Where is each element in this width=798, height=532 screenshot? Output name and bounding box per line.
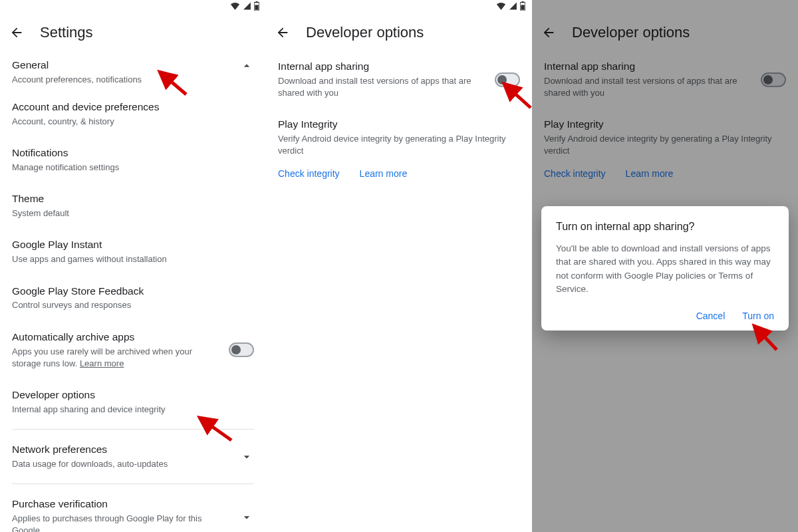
setting-purchase-verification[interactable]: Purchase verification Applies to purchas… xyxy=(12,488,254,532)
chevron-up-icon xyxy=(239,59,254,73)
page-title: Settings xyxy=(40,24,93,41)
chevron-down-icon xyxy=(239,450,254,464)
learn-more-link[interactable]: Learn more xyxy=(80,358,124,368)
general-title: General xyxy=(12,59,239,72)
page-title: Developer options xyxy=(306,24,424,41)
wifi-icon xyxy=(762,2,772,10)
setting-theme[interactable]: Theme System default xyxy=(12,183,254,229)
battery-icon xyxy=(520,1,525,11)
divider xyxy=(12,429,254,430)
setting-store-feedback[interactable]: Google Play Store Feedback Control surve… xyxy=(12,275,254,321)
auto-archive-toggle[interactable] xyxy=(229,342,254,357)
setting-play-instant[interactable]: Google Play Instant Use apps and games w… xyxy=(12,229,254,275)
general-sub: Account preferences, notifications xyxy=(12,74,239,86)
svg-rect-2 xyxy=(255,5,258,9)
back-arrow-icon[interactable] xyxy=(541,25,556,40)
setting-network-preferences[interactable]: Network preferences Data usage for downl… xyxy=(12,434,254,479)
general-section-header[interactable]: General Account preferences, notificatio… xyxy=(12,51,254,91)
battery-icon xyxy=(786,1,791,11)
status-bar xyxy=(532,0,798,12)
divider xyxy=(12,483,254,484)
chevron-down-icon xyxy=(239,510,254,525)
setting-play-integrity: Play Integrity Verify Android device int… xyxy=(544,108,786,161)
confirm-dialog: Turn on internal app sharing? You'll be … xyxy=(541,206,789,331)
screen-settings: Settings General Account preferences, no… xyxy=(0,0,266,532)
learn-more-link[interactable]: Learn more xyxy=(360,168,408,179)
check-integrity-link[interactable]: Check integrity xyxy=(278,168,340,179)
app-bar: Developer options xyxy=(532,12,798,51)
check-integrity-link[interactable]: Check integrity xyxy=(544,168,606,179)
wifi-icon xyxy=(230,2,240,10)
svg-rect-11 xyxy=(787,5,790,9)
turn-on-button[interactable]: Turn on xyxy=(742,311,774,321)
wifi-icon xyxy=(496,2,506,10)
internal-app-sharing-toggle[interactable] xyxy=(495,72,520,87)
learn-more-link[interactable]: Learn more xyxy=(626,168,674,179)
back-arrow-icon[interactable] xyxy=(9,25,24,40)
integrity-links: Check integrity Learn more xyxy=(278,162,520,191)
screen-developer-options: Developer options Internal app sharing D… xyxy=(266,0,532,532)
page-title: Developer options xyxy=(572,24,690,41)
screen-developer-options-dialog: Developer options Internal app sharing D… xyxy=(532,0,798,532)
setting-auto-archive[interactable]: Automatically archive apps Apps you use … xyxy=(12,321,254,379)
status-bar xyxy=(266,0,532,12)
status-bar xyxy=(0,0,266,12)
setting-internal-app-sharing[interactable]: Internal app sharing Download and instal… xyxy=(278,51,520,108)
app-bar: Settings xyxy=(0,12,266,51)
setting-play-integrity: Play Integrity Verify Android device int… xyxy=(278,108,520,161)
setting-developer-options[interactable]: Developer options Internal app sharing a… xyxy=(12,379,254,425)
integrity-links: Check integrity Learn more xyxy=(544,162,786,191)
battery-icon xyxy=(254,1,259,11)
dialog-title: Turn on internal app sharing? xyxy=(556,221,774,233)
internal-app-sharing-toggle[interactable] xyxy=(761,72,786,87)
back-arrow-icon[interactable] xyxy=(275,25,290,40)
setting-notifications[interactable]: Notifications Manage notification settin… xyxy=(12,137,254,183)
setting-internal-app-sharing[interactable]: Internal app sharing Download and instal… xyxy=(544,51,786,108)
cell-signal-icon xyxy=(509,2,517,10)
dialog-body: You'll be able to download and install v… xyxy=(556,242,774,296)
setting-account-device[interactable]: Account and device preferences Account, … xyxy=(12,91,254,137)
cell-signal-icon xyxy=(775,2,783,10)
app-bar: Developer options xyxy=(266,12,532,51)
cancel-button[interactable]: Cancel xyxy=(696,311,726,321)
cell-signal-icon xyxy=(243,2,251,10)
svg-rect-7 xyxy=(521,5,524,9)
